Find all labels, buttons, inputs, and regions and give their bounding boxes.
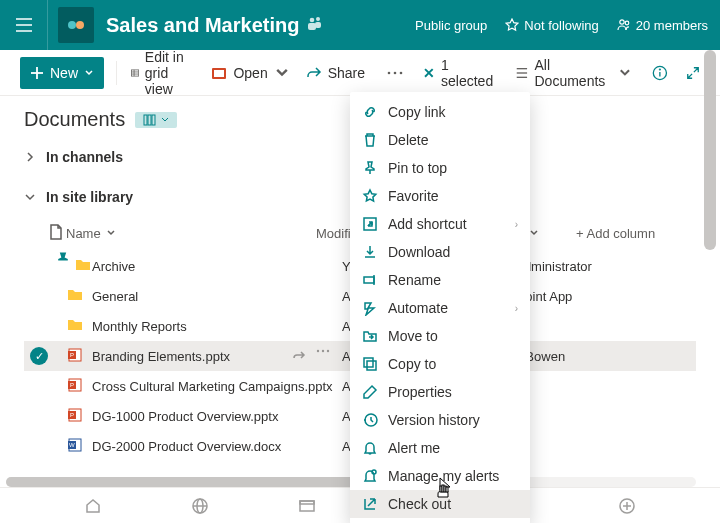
svg-text:P: P — [70, 382, 74, 388]
selection-count[interactable]: ✕1 selected — [423, 57, 495, 89]
svg-point-34 — [317, 350, 319, 352]
nav-add-icon[interactable] — [618, 497, 636, 515]
svg-rect-49 — [364, 358, 373, 367]
svg-rect-56 — [446, 487, 448, 492]
svg-point-10 — [625, 21, 629, 25]
svg-point-20 — [394, 71, 397, 74]
ctx-delete[interactable]: Delete — [350, 126, 530, 154]
follow-button[interactable]: Not following — [505, 18, 598, 33]
svg-rect-28 — [144, 115, 147, 125]
ctx-pin-to-top[interactable]: Pin to top — [350, 154, 530, 182]
view-switcher[interactable]: All Documents — [513, 53, 635, 93]
page-title: Documents — [24, 108, 125, 131]
command-bar: New Edit in grid view Open Share ✕1 sele… — [0, 50, 720, 96]
svg-rect-50 — [367, 361, 376, 370]
svg-point-6 — [310, 18, 315, 23]
svg-rect-13 — [131, 69, 138, 75]
svg-point-9 — [620, 20, 624, 24]
svg-point-19 — [388, 71, 391, 74]
row-check-icon[interactable]: ✓ — [30, 347, 48, 365]
file-type-icon — [58, 287, 92, 306]
file-name[interactable]: Branding Elements.pptx — [92, 349, 230, 364]
file-name[interactable]: Archive — [92, 259, 135, 274]
svg-text:P: P — [70, 412, 74, 418]
file-type-icon: P — [58, 407, 92, 426]
svg-rect-29 — [148, 115, 151, 125]
open-button[interactable]: Open — [209, 61, 291, 85]
nav-home-icon[interactable] — [84, 497, 102, 515]
file-type-icon — [58, 257, 92, 276]
ctx-properties[interactable]: Properties — [350, 378, 530, 406]
vertical-scrollbar[interactable] — [704, 50, 716, 250]
file-type-icon: P — [58, 347, 92, 366]
tiles-view-button[interactable] — [135, 112, 177, 128]
more-actions-button[interactable] — [379, 61, 411, 85]
svg-point-35 — [322, 350, 324, 352]
site-logo[interactable] — [58, 7, 94, 43]
ctx-automate[interactable]: Automate› — [350, 294, 530, 322]
file-name[interactable]: Cross Cultural Marketing Campaigns.pptx — [92, 379, 333, 394]
ctx-download[interactable]: Download — [350, 238, 530, 266]
name-column[interactable]: Name — [66, 226, 316, 241]
share-button[interactable]: Share — [304, 61, 367, 85]
svg-point-5 — [316, 17, 320, 21]
svg-rect-18 — [214, 70, 224, 77]
row-more-icon[interactable] — [316, 349, 330, 353]
file-type-icon — [58, 317, 92, 336]
ctx-copy-link[interactable]: Copy link — [350, 98, 530, 126]
ctx-move-to[interactable]: Move to — [350, 322, 530, 350]
svg-rect-60 — [300, 501, 314, 511]
edit-grid-button[interactable]: Edit in grid view — [129, 45, 198, 101]
cursor-icon — [434, 476, 456, 500]
file-type-icon: P — [58, 377, 92, 396]
file-type-column[interactable] — [45, 224, 66, 243]
svg-point-27 — [660, 69, 661, 70]
file-type-icon: W — [58, 437, 92, 456]
ctx-version-history[interactable]: Version history — [350, 406, 530, 434]
svg-point-3 — [68, 21, 76, 29]
app-launcher-button[interactable] — [0, 0, 48, 50]
svg-rect-8 — [308, 23, 316, 30]
share-icon[interactable] — [292, 349, 306, 363]
group-privacy[interactable]: Public group — [415, 18, 487, 33]
file-name[interactable]: DG-2000 Product Overview.docx — [92, 439, 281, 454]
file-name[interactable]: Monthly Reports — [92, 319, 187, 334]
site-header: Sales and Marketing Public group Not fol… — [0, 0, 720, 50]
ctx-rename[interactable]: Rename — [350, 266, 530, 294]
svg-text:W: W — [69, 442, 75, 448]
context-menu: Copy link Delete Pin to top Favorite Add… — [350, 92, 530, 523]
ctx-copy-to[interactable]: Copy to — [350, 350, 530, 378]
svg-point-4 — [76, 21, 84, 29]
svg-point-21 — [400, 71, 403, 74]
ctx-alert-me[interactable]: Alert me — [350, 434, 530, 462]
svg-point-52 — [372, 470, 376, 474]
new-button[interactable]: New — [20, 57, 104, 89]
ctx-favorite[interactable]: Favorite — [350, 182, 530, 210]
ctx-add-shortcut[interactable]: Add shortcut› — [350, 210, 530, 238]
teams-icon — [307, 15, 323, 35]
info-button[interactable] — [652, 64, 668, 82]
members-button[interactable]: 20 members — [617, 18, 708, 33]
site-title[interactable]: Sales and Marketing — [106, 14, 299, 37]
svg-rect-30 — [152, 115, 155, 125]
file-name[interactable]: General — [92, 289, 138, 304]
svg-text:P: P — [70, 352, 74, 358]
svg-rect-47 — [364, 277, 374, 283]
nav-folder-icon[interactable] — [298, 497, 316, 515]
add-column-button[interactable]: + Add column — [576, 226, 696, 241]
expand-button[interactable] — [686, 65, 700, 81]
svg-rect-61 — [300, 501, 314, 504]
file-name[interactable]: DG-1000 Product Overview.pptx — [92, 409, 278, 424]
nav-globe-icon[interactable] — [191, 497, 209, 515]
svg-point-36 — [327, 350, 329, 352]
